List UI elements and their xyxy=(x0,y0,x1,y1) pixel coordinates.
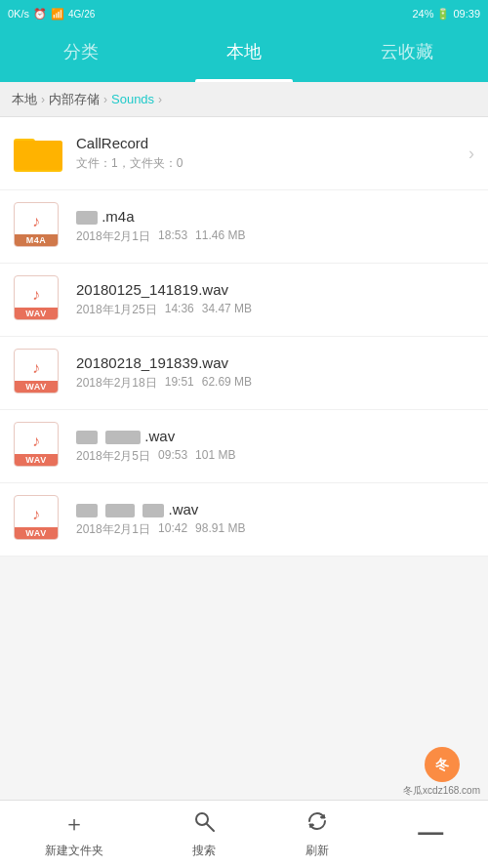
refresh-icon xyxy=(305,809,329,839)
file-size: 101 MB xyxy=(195,448,235,465)
file-meta: 2018年2月1日 10:42 98.91 MB xyxy=(76,521,474,538)
list-item[interactable]: CallRecord 文件：1，文件夹：0 › xyxy=(0,117,488,190)
audio-file-icon: ♪ M4A xyxy=(14,202,62,251)
blurred-name-1 xyxy=(76,431,98,444)
status-wifi-icon: 📶 xyxy=(51,8,64,21)
file-name: CallRecord xyxy=(76,135,468,151)
list-item[interactable]: ♪ WAV .wav 2018年2月5日 09:53 101 MB xyxy=(0,410,488,483)
music-note-icon: ♪ xyxy=(32,287,40,303)
file-date: 2018年2月5日 xyxy=(76,448,150,465)
search-button[interactable]: 搜索 xyxy=(192,809,216,859)
tab-yunShouCang-label: 云收藏 xyxy=(381,40,433,63)
status-alarm-icon: ⏰ xyxy=(33,8,47,21)
file-meta: 2018年2月1日 18:53 11.46 MB xyxy=(76,228,474,245)
music-note-icon: ♪ xyxy=(32,434,40,449)
file-time: 09:53 xyxy=(158,448,187,465)
new-folder-button[interactable]: ＋ 新建文件夹 xyxy=(45,809,103,859)
blurred-name-1 xyxy=(76,504,98,517)
search-icon xyxy=(192,809,216,839)
tab-bar: 分类 本地 云收藏 xyxy=(0,27,488,82)
blurred-name xyxy=(76,211,98,225)
breadcrumb-internal[interactable]: 内部存储 xyxy=(49,91,100,108)
blurred-name-3 xyxy=(142,504,164,517)
file-list: CallRecord 文件：1，文件夹：0 › ♪ M4A .m4a 2018年… xyxy=(0,117,488,557)
tab-fenLei[interactable]: 分类 xyxy=(0,27,163,82)
content-area: CallRecord 文件：1，文件夹：0 › ♪ M4A .m4a 2018年… xyxy=(0,117,488,800)
svg-text:冬: 冬 xyxy=(434,757,450,772)
breadcrumb-home[interactable]: 本地 xyxy=(12,91,37,108)
watermark: 冬 冬瓜xcdz168.com xyxy=(403,745,480,798)
music-note-icon: ♪ xyxy=(32,507,40,522)
status-signal-text: 4G/26 xyxy=(68,9,95,20)
file-size: 98.91 MB xyxy=(195,521,245,538)
status-battery: 24% xyxy=(412,8,433,20)
svg-rect-2 xyxy=(14,141,62,170)
tab-bendi-label: 本地 xyxy=(226,40,262,63)
music-note-icon: ♪ xyxy=(32,360,40,376)
list-item[interactable]: ♪ M4A .m4a 2018年2月1日 18:53 11.46 MB xyxy=(0,190,488,264)
breadcrumb-sep-2: › xyxy=(103,93,107,106)
file-date: 2018年2月1日 xyxy=(76,521,150,538)
file-name: 20180218_191839.wav xyxy=(76,354,474,371)
file-name: .wav xyxy=(76,428,474,444)
file-name: 20180125_141819.wav xyxy=(76,281,474,298)
audio-file-icon: ♪ WAV xyxy=(14,422,62,471)
ext-label: WAV xyxy=(15,454,58,466)
search-label: 搜索 xyxy=(192,843,216,859)
status-bar: 0K/s ⏰ 📶 4G/26 24% 🔋 09:39 xyxy=(0,0,488,27)
file-time: 14:36 xyxy=(165,302,194,318)
ext-label: WAV xyxy=(15,308,58,319)
list-item[interactable]: ♪ WAV .wav 2018年2月1日 10:42 98.91 MB xyxy=(0,483,488,557)
chevron-right-icon: › xyxy=(468,144,474,164)
refresh-button[interactable]: 刷新 xyxy=(305,809,329,859)
status-right: 24% 🔋 09:39 xyxy=(412,8,480,21)
breadcrumb-sep-3: › xyxy=(158,93,162,106)
status-time: 09:39 xyxy=(453,8,480,20)
tab-yunShouCang[interactable]: 云收藏 xyxy=(325,27,488,82)
ext-label: WAV xyxy=(15,381,58,393)
audio-file-icon: ♪ WAV xyxy=(14,349,62,397)
file-info: .wav 2018年2月1日 10:42 98.91 MB xyxy=(76,501,474,538)
file-time: 18:53 xyxy=(158,228,187,245)
delete-icon: — xyxy=(418,817,443,847)
file-size: 11.46 MB xyxy=(195,228,245,245)
file-info: 20180218_191839.wav 2018年2月18日 19:51 62.… xyxy=(76,354,474,392)
breadcrumb-sounds[interactable]: Sounds xyxy=(111,92,154,106)
status-speed: 0K/s xyxy=(8,8,29,20)
file-date: 2018年2月1日 xyxy=(76,228,150,245)
tab-fenLei-label: 分类 xyxy=(63,40,99,63)
file-time: 10:42 xyxy=(158,521,187,538)
tab-bendi[interactable]: 本地 xyxy=(163,27,326,82)
file-meta: 2018年2月18日 19:51 62.69 MB xyxy=(76,375,474,392)
folder-icon xyxy=(14,129,62,178)
audio-file-icon: ♪ WAV xyxy=(14,275,62,324)
watermark-text: 冬瓜xcdz168.com xyxy=(403,784,480,798)
file-date: 2018年2月18日 xyxy=(76,375,157,392)
file-info: 20180125_141819.wav 2018年1月25日 14:36 34.… xyxy=(76,281,474,318)
file-name: .wav xyxy=(76,501,474,517)
folder-meta: 文件：1，文件夹：0 xyxy=(76,155,468,172)
file-info: CallRecord 文件：1，文件夹：0 xyxy=(76,135,468,172)
file-info: .m4a 2018年2月1日 18:53 11.46 MB xyxy=(76,208,474,245)
file-size: 62.69 MB xyxy=(202,375,252,392)
file-extension: .wav xyxy=(144,428,175,444)
delete-button[interactable]: — xyxy=(418,817,443,851)
list-item[interactable]: ♪ WAV 20180218_191839.wav 2018年2月18日 19:… xyxy=(0,337,488,410)
svg-line-6 xyxy=(207,824,214,831)
ext-label: WAV xyxy=(15,527,58,539)
list-item[interactable]: ♪ WAV 20180125_141819.wav 2018年1月25日 14:… xyxy=(0,264,488,337)
file-date: 2018年1月25日 xyxy=(76,302,157,318)
file-name: .m4a xyxy=(76,208,474,225)
breadcrumb: 本地 › 内部存储 › Sounds › xyxy=(0,82,488,117)
file-info: .wav 2018年2月5日 09:53 101 MB xyxy=(76,428,474,465)
status-left: 0K/s ⏰ 📶 4G/26 xyxy=(8,8,95,21)
file-time: 19:51 xyxy=(165,375,194,392)
status-battery-icon: 🔋 xyxy=(436,8,450,21)
plus-icon: ＋ xyxy=(63,809,85,839)
blurred-name-2 xyxy=(105,504,135,517)
blurred-name-2 xyxy=(105,431,141,444)
bottom-nav: ＋ 新建文件夹 搜索 刷新 — xyxy=(0,800,488,868)
breadcrumb-sep-1: › xyxy=(41,93,45,106)
file-extension: .m4a xyxy=(102,208,134,225)
new-folder-label: 新建文件夹 xyxy=(45,843,103,859)
